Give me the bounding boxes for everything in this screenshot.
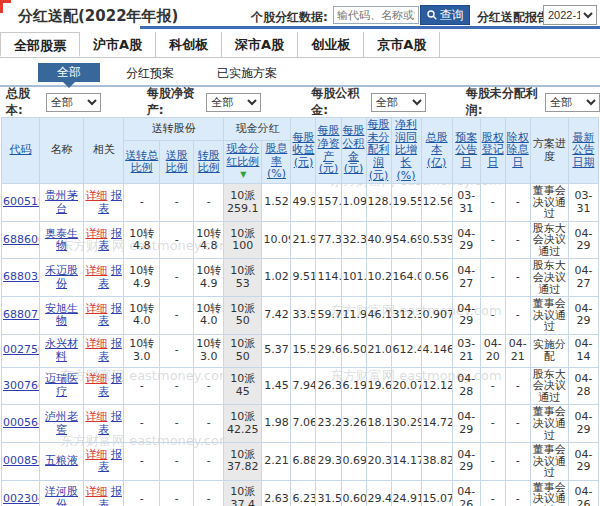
stock-code-link[interactable]: 000568 — [3, 416, 40, 429]
detail-link[interactable]: 详细 — [85, 302, 107, 315]
column-header-eps[interactable]: 每股收益(元) — [291, 118, 316, 184]
cell: 10派37.4 — [224, 480, 262, 506]
cell: 04-21 — [505, 334, 530, 367]
related-cell: 详细 报表 — [84, 443, 124, 481]
filter-bps-select[interactable]: 全部 — [206, 93, 261, 112]
stock-code-link[interactable]: 000858 — [3, 454, 40, 467]
stock-name-link[interactable]: 安旭生物 — [45, 302, 78, 328]
column-header-bonus-ratio[interactable]: 送股比例 — [160, 141, 194, 184]
cell: - — [160, 297, 194, 335]
table-row: 688032禾迈股份详细 报表10转4.9-10转4.910派531.029.5… — [2, 259, 599, 297]
column-header-progress: 方案进度 — [530, 118, 568, 184]
tab-all-stocks[interactable]: 全部股票 — [0, 32, 80, 57]
table-row: 688606奥泰生物详细 报表10转4.8-10转4.810派10010.092… — [2, 221, 599, 259]
cell: 7.94 — [291, 367, 316, 405]
top-bar: 分红送配(2022年年报) 个股分红数据: 查询 分红送配报告期: 2022-1… — [0, 0, 600, 32]
cell: 7.42 — [262, 297, 291, 335]
stock-name-link[interactable]: 五粮液 — [45, 454, 78, 467]
filter-capital-reserve-select[interactable]: 全部 — [371, 93, 426, 112]
related-cell: 详细 报表 — [84, 367, 124, 405]
related-cell: 详细 报表 — [84, 334, 124, 367]
detail-link[interactable]: 详细 — [85, 372, 107, 385]
column-header-cash-div-ratio[interactable]: 现金分红比例▼ — [224, 141, 262, 184]
cell: 128.4 — [366, 184, 391, 222]
column-header-record-date[interactable]: 股权登记日 — [480, 118, 505, 184]
tab-sh-a[interactable]: 沪市A股 — [80, 32, 156, 57]
report-period-select[interactable]: 2022-12-31 — [543, 5, 597, 25]
subtab-all[interactable]: 全部 — [38, 63, 100, 82]
cell: 29.44 — [366, 480, 391, 506]
stock-name-link[interactable]: 洋河股份 — [45, 485, 78, 506]
cell: 12.12 — [421, 367, 452, 405]
filter-total-shares-select[interactable]: 全部 — [46, 93, 101, 112]
cell: 04-29 — [452, 443, 480, 481]
header-row-top: 代码名称相关送转股份现金分红每股收益(元)每股净资产(元)每股公积金(元)每股未… — [2, 118, 599, 141]
column-header-code[interactable]: 代码 — [2, 118, 40, 184]
column-header-xjfh-group: 现金分红 — [224, 118, 291, 141]
search-button[interactable]: 查询 — [420, 5, 470, 25]
subtab-plan[interactable]: 分红预案 — [126, 65, 174, 82]
column-header-retained-profit[interactable]: 每股未分配利润(元) — [366, 118, 391, 184]
stock-code-link[interactable]: 688606 — [3, 233, 40, 246]
filter-retained-profit-select[interactable]: 全部 — [545, 93, 600, 112]
column-header-latest-date[interactable]: 最新公告日期 — [568, 118, 598, 184]
cell: 04-29 — [568, 221, 598, 259]
stock-code-link[interactable]: 300760 — [3, 379, 40, 392]
detail-link[interactable]: 详细 — [85, 448, 107, 461]
column-header-bps[interactable]: 每股净资产(元) — [316, 118, 341, 184]
table-header: 代码名称相关送转股份现金分红每股收益(元)每股净资产(元)每股公积金(元)每股未… — [2, 118, 599, 184]
cell: 38.82 — [421, 443, 452, 481]
tab-sz-a[interactable]: 深市A股 — [222, 32, 298, 57]
cell: - — [505, 480, 530, 506]
column-header-capital-reserve[interactable]: 每股公积金(元) — [341, 118, 366, 184]
column-header-total-shares[interactable]: 总股本(亿) — [421, 118, 452, 184]
scheme-tab-bar: 全部 分红预案 已实施方案 — [0, 58, 600, 87]
cell: 6.88 — [291, 443, 316, 481]
cell: - — [480, 259, 505, 297]
cell: - — [124, 405, 160, 443]
stock-code-link[interactable]: 688075 — [3, 308, 40, 321]
stock-code-link[interactable]: 002756 — [3, 343, 40, 356]
subtab-implemented[interactable]: 已实施方案 — [217, 65, 277, 82]
column-header-total-ratio[interactable]: 送转总比例 — [124, 141, 160, 184]
stock-code-link[interactable]: 688032 — [3, 270, 40, 283]
cell: 04-27 — [568, 259, 598, 297]
detail-link[interactable]: 详细 — [85, 337, 107, 350]
tab-chinext[interactable]: 创业板 — [298, 32, 364, 57]
tab-star[interactable]: 科创板 — [156, 32, 222, 57]
title-divider — [140, 26, 600, 29]
detail-link[interactable]: 详细 — [85, 410, 107, 423]
detail-link[interactable]: 详细 — [85, 189, 107, 202]
stock-code-link[interactable]: 002304 — [3, 492, 40, 505]
cell: 1.52 — [262, 184, 291, 222]
cell: 114.4 — [316, 259, 341, 297]
cell: 股东大会决议通过 — [530, 259, 568, 297]
cell: 10转3.0 — [124, 334, 160, 367]
stock-name-link[interactable]: 贵州茅台 — [45, 189, 78, 215]
cell: - — [194, 405, 224, 443]
column-header-transfer-ratio[interactable]: 转股比例 — [194, 141, 224, 184]
stock-code-link[interactable]: 600519 — [3, 195, 40, 208]
column-header-plan-date[interactable]: 预案公告日 — [452, 118, 480, 184]
cell: 10转4.9 — [194, 259, 224, 297]
column-header-yield[interactable]: 股息率(%) — [262, 141, 291, 184]
stock-name-link[interactable]: 奥泰生物 — [45, 227, 78, 253]
detail-link[interactable]: 详细 — [85, 485, 107, 498]
stock-name-link[interactable]: 泸州老窖 — [45, 410, 78, 436]
search-input[interactable] — [333, 6, 419, 24]
cell: 10转3.0 — [194, 334, 224, 367]
cell: 0.69 — [341, 443, 366, 481]
dividend-table-wrap: 东方财富网 eastmoney.com 东方财富网 eastmoney.com … — [0, 117, 600, 506]
detail-link[interactable]: 详细 — [85, 264, 107, 277]
stock-name-link[interactable]: 永兴材料 — [45, 337, 78, 363]
stock-name-link[interactable]: 迈瑞医疗 — [45, 372, 78, 398]
cell: 2.21 — [262, 443, 291, 481]
filter-bar: 总股本: 全部 每股净资产: 全部 每股公积金: 全部 每股未分配利润: 全部 — [0, 87, 600, 117]
column-header-exdiv-date[interactable]: 除权除息日 — [505, 118, 530, 184]
detail-link[interactable]: 详细 — [85, 227, 107, 240]
stock-name-link[interactable]: 禾迈股份 — [45, 264, 78, 290]
tab-bj-a[interactable]: 京市A股 — [364, 32, 440, 57]
filter-capital-reserve-label: 每股公积金: — [311, 85, 365, 119]
column-header-np-growth[interactable]: 净利润同比增长(%) — [391, 118, 421, 184]
cell: 董事会决议通过 — [530, 443, 568, 481]
